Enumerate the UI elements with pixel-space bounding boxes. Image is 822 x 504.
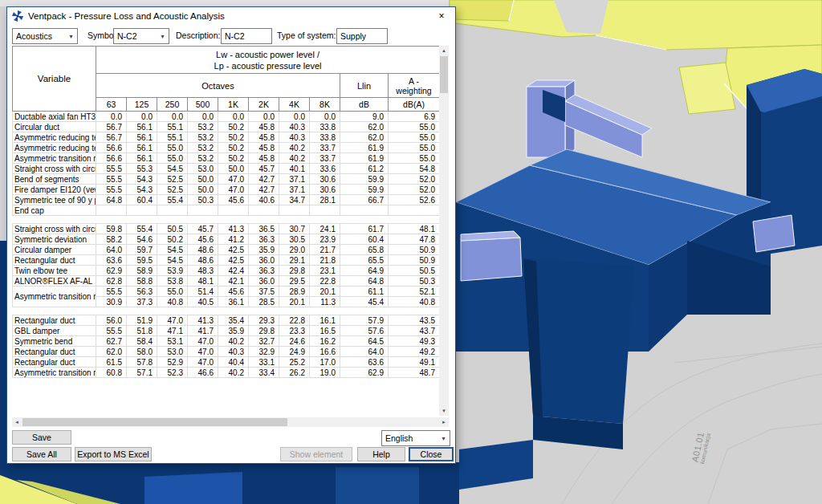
- aw-header-line2: weighting: [389, 86, 438, 96]
- table-row[interactable]: Asymmetric reducing tee ycz56.656.155.05…: [13, 143, 440, 153]
- title-bar[interactable]: Ventpack - Pressure Loss and Acoustic An…: [7, 7, 455, 25]
- scroll-down-icon[interactable]: ▼: [439, 406, 449, 416]
- octave-2k-header: 2K: [249, 98, 279, 112]
- symbol-dropdown-value: N-C2: [114, 31, 157, 41]
- row-label: Symmetric tee of 90 y prosto: [13, 195, 96, 205]
- lw-header-line2: Lp - acoustic pressure level: [97, 60, 438, 71]
- row-label: Twin elbow tee: [13, 266, 96, 276]
- table-row[interactable]: Straight cross with circular55.555.354.5…: [13, 164, 440, 174]
- lw-header-line1: Lw - acoustic power level /: [97, 49, 438, 60]
- row-label: Symmetric deviation: [13, 234, 96, 245]
- export-excel-button[interactable]: Export to MS Excel: [75, 447, 152, 461]
- chevron-down-icon: ▾: [157, 33, 169, 40]
- table-row[interactable]: Rectangular duct56.051.947.041.335.429.3…: [13, 315, 440, 326]
- table-row[interactable]: Rectangular duct61.557.852.947.040.433.1…: [13, 357, 440, 368]
- row-label: Asymmetric transition rect. to: [13, 368, 96, 378]
- octave-63-header: 63: [96, 98, 127, 112]
- table-horizontal-scrollbar[interactable]: ◄ ►: [12, 417, 449, 427]
- row-label: Asymmetric transition rect.: [13, 287, 96, 307]
- save-all-button[interactable]: Save All: [12, 447, 71, 461]
- close-button[interactable]: Close: [409, 447, 454, 461]
- table-row[interactable]: Rectangular duct62.058.053.047.040.332.9…: [13, 347, 440, 357]
- scroll-left-icon[interactable]: ◄: [12, 417, 22, 427]
- row-label: Rectangular duct: [13, 315, 96, 326]
- row-label: End cap: [13, 205, 96, 216]
- drop-duct: [523, 258, 634, 449]
- row-label: Fire damper EI120 (vew-i-o: [13, 185, 96, 195]
- chevron-down-icon: ▾: [437, 435, 450, 442]
- row-label: Rectangular duct: [13, 357, 96, 368]
- row-label: Asymmetric reducing tee: [13, 132, 96, 143]
- acoustics-dropdown[interactable]: Acoustics ▾: [12, 28, 78, 44]
- a-weighting-header: A - weighting: [389, 74, 440, 98]
- table-row[interactable]: Bend of segments55.554.352.550.047.042.7…: [13, 174, 440, 185]
- row-label: Rectangular duct: [13, 347, 96, 357]
- table-row[interactable]: Circular damper64.059.754.548.642.535.92…: [13, 245, 440, 255]
- vertical-scroll-thumb[interactable]: [440, 56, 448, 93]
- variable-column-header: Variable: [13, 47, 96, 112]
- row-label: Bend of segments: [13, 174, 96, 185]
- scroll-up-icon[interactable]: ▲: [439, 46, 449, 55]
- table-row[interactable]: Straight cross with circular59.855.450.5…: [13, 224, 440, 234]
- table-row[interactable]: Ductable axial fan HT315/...0.00.00.00.0…: [13, 112, 440, 122]
- table-row[interactable]: Symmetric bend62.758.453.147.040.232.724…: [13, 336, 440, 347]
- symbol-dropdown[interactable]: N-C2 ▾: [113, 28, 169, 44]
- save-button[interactable]: Save: [12, 430, 71, 445]
- description-label: Description:: [176, 30, 220, 40]
- row-label: Rectangular duct: [13, 255, 96, 266]
- octave-500-header: 500: [188, 98, 218, 112]
- language-dropdown-value: English: [382, 433, 437, 443]
- row-label: Circular duct: [13, 122, 96, 132]
- octave-125-header: 125: [127, 98, 157, 112]
- symbol-label: Symbol: [87, 30, 116, 40]
- horizontal-scroll-thumb[interactable]: [22, 418, 287, 426]
- acoustics-dropdown-value: Acoustics: [13, 31, 65, 41]
- db-unit-header: dB: [340, 98, 389, 112]
- row-label: GBL damper: [13, 326, 96, 336]
- type-of-system-input[interactable]: [337, 29, 387, 43]
- table-row[interactable]: ALNOR®FLEX AF-AL62.858.853.848.142.136.0…: [13, 276, 440, 287]
- table-row[interactable]: Asymmetric transition rect.55.556.355.05…: [13, 287, 440, 297]
- row-label: Circular damper: [13, 245, 96, 255]
- row-label: Asymmetric transition rect.: [13, 153, 96, 164]
- octave-250-header: 250: [157, 98, 188, 112]
- row-label: Straight cross with circular: [13, 164, 96, 174]
- ventpack-logo-icon: [12, 10, 23, 22]
- row-label: Symmetric bend: [13, 336, 96, 347]
- octave-1k-header: 1K: [218, 98, 249, 112]
- chevron-down-icon: ▾: [65, 33, 77, 40]
- group-separator-row: [13, 307, 440, 315]
- table-row[interactable]: End cap: [13, 205, 440, 216]
- table-row[interactable]: Asymmetric transition rect. to60.857.152…: [13, 368, 440, 378]
- octave-4k-header: 4K: [279, 98, 310, 112]
- table-row[interactable]: GBL damper55.551.847.141.735.929.823.316…: [13, 326, 440, 336]
- acoustic-table: Variable Lw - acoustic power level / Lp …: [12, 46, 439, 378]
- octave-8k-header: 8K: [310, 98, 340, 112]
- show-element-button: Show element: [280, 447, 352, 461]
- octaves-header: Octaves: [96, 74, 340, 98]
- table-vertical-scrollbar[interactable]: ▲ ▼: [439, 46, 449, 416]
- table-row[interactable]: Twin elbow tee62.958.953.948.342.436.329…: [13, 266, 440, 276]
- table-row[interactable]: Circular duct56.756.155.153.250.245.840.…: [13, 122, 440, 132]
- description-input[interactable]: [222, 29, 271, 43]
- language-dropdown[interactable]: English ▾: [381, 430, 450, 446]
- row-label: Ductable axial fan HT315/...: [13, 112, 96, 122]
- close-icon[interactable]: ×: [428, 7, 455, 25]
- table-row[interactable]: Fire damper EI120 (vew-i-o55.554.352.550…: [13, 185, 440, 195]
- scroll-right-icon[interactable]: ►: [439, 417, 449, 427]
- description-field-wrap: [221, 28, 272, 44]
- table-row[interactable]: Symmetric deviation58.254.650.245.641.23…: [13, 234, 440, 245]
- table-row[interactable]: Symmetric tee of 90 y prosto64.860.455.4…: [13, 195, 440, 205]
- type-of-system-label: Type of system:: [277, 30, 336, 40]
- acoustic-table-wrap: Variable Lw - acoustic power level / Lp …: [12, 46, 439, 416]
- ventpack-dialog: Ventpack - Pressure Loss and Acoustic An…: [6, 6, 456, 464]
- help-button[interactable]: Help: [357, 447, 405, 461]
- row-label: Asymmetric reducing tee ycz: [13, 143, 96, 153]
- lw-lp-header: Lw - acoustic power level / Lp - acousti…: [96, 47, 440, 74]
- table-row[interactable]: Asymmetric transition rect.56.656.155.05…: [13, 153, 440, 164]
- dba-unit-header: dB(A): [389, 98, 440, 112]
- table-row[interactable]: Asymmetric reducing tee56.756.155.153.25…: [13, 132, 440, 143]
- table-row[interactable]: Rectangular duct63.659.554.548.642.536.0…: [13, 255, 440, 266]
- llin-header: Llin: [340, 74, 389, 98]
- aw-header-line1: A -: [389, 76, 438, 86]
